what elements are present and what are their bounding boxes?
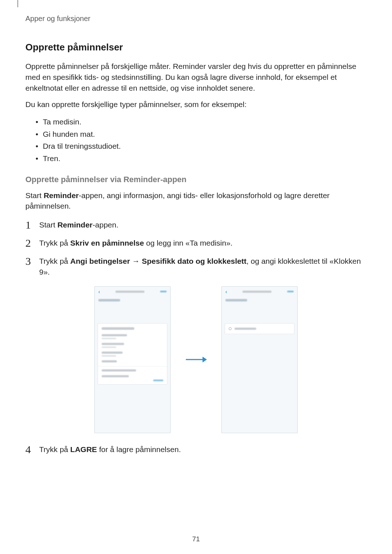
step-2: 2 Trykk på Skriv en påminnelse og legg i… — [25, 238, 367, 249]
screenshot-create-reminder-conditions: ‹ — [94, 286, 171, 433]
page-number: 71 — [0, 535, 392, 543]
text: Start — [25, 191, 44, 200]
subsection-title: Opprette påminnelser via Reminder-appen — [25, 175, 367, 184]
step-number: 3 — [25, 254, 31, 269]
divider — [98, 366, 167, 366]
step-3: 3 Trykk på Angi betingelser → Spesifikk … — [25, 256, 367, 278]
blurred-save — [160, 291, 167, 292]
blurred-option — [102, 343, 124, 345]
flow-arrow-icon — [185, 355, 207, 364]
steps-list-cont: 4 Trykk på LAGRE for å lagre påminnelsen… — [25, 444, 367, 455]
subsection-intro: Start Reminder-appen, angi informasjon, … — [25, 190, 367, 212]
text: Trykk på — [39, 239, 70, 247]
step-number: 2 — [25, 235, 31, 251]
blurred-title — [242, 291, 271, 293]
blurred-input-text — [225, 299, 247, 301]
clock-icon — [229, 327, 232, 330]
text: Trykk på — [39, 445, 70, 454]
text: og legg inn «Ta medisin». — [144, 239, 233, 247]
screenshot-topbar: ‹ — [222, 287, 297, 297]
back-icon: ‹ — [225, 289, 227, 295]
bold-text: Reminder — [57, 221, 93, 229]
step-1: 1 Start Reminder-appen. — [25, 219, 367, 230]
datetime-pill — [225, 323, 294, 334]
screenshot-topbar: ‹ — [95, 287, 170, 297]
bold-text: Spesifikk dato og klokkeslett — [142, 257, 246, 265]
list-item: Dra til treningsstudioet. — [36, 140, 367, 152]
blurred-datetime-text — [234, 328, 256, 330]
paragraph-intro-2: Du kan opprette forskjellige typer påmin… — [25, 99, 367, 110]
text: Trykk på — [39, 257, 70, 265]
steps-list: 1 Start Reminder-appen. 2 Trykk på Skriv… — [25, 219, 367, 277]
blurred-subtext — [102, 338, 116, 339]
conditions-panel — [98, 323, 167, 385]
section-title: Opprette påminnelser — [25, 42, 367, 53]
example-list: Ta medisin. Gi hunden mat. Dra til treni… — [25, 116, 367, 164]
app-name-bold: Reminder — [44, 191, 79, 200]
text: for å lagre påminnelsen. — [97, 445, 181, 454]
bold-text: Angi betingelser — [70, 257, 130, 265]
blurred-option — [102, 375, 129, 377]
blurred-heading — [102, 327, 134, 330]
text: -appen. — [93, 221, 118, 229]
blurred-option — [102, 369, 136, 372]
breadcrumb: Apper og funksjoner — [25, 15, 367, 23]
page-top-marker — [17, 0, 18, 7]
step-number: 1 — [25, 217, 31, 233]
bold-text: LAGRE — [70, 445, 97, 454]
blurred-title — [115, 291, 144, 293]
blurred-option — [102, 334, 127, 336]
arrow-right-icon: → — [130, 257, 142, 265]
blurred-subtext — [102, 355, 116, 357]
blurred-input-text — [98, 299, 120, 301]
screenshot-create-reminder-datetime: ‹ — [221, 286, 298, 433]
bold-text: Skriv en påminnelse — [70, 239, 144, 247]
page-content: Apper og funksjoner Opprette påminnelser… — [0, 0, 392, 455]
paragraph-intro-1: Opprette påminnelser på forskjellige måt… — [25, 61, 367, 93]
text: Start — [39, 221, 57, 229]
blurred-subtext — [102, 346, 116, 348]
list-item: Ta medisin. — [36, 116, 367, 128]
step-number: 4 — [25, 442, 31, 457]
step-4: 4 Trykk på LAGRE for å lagre påminnelsen… — [25, 444, 367, 455]
blurred-option — [102, 352, 123, 354]
list-item: Gi hunden mat. — [36, 128, 367, 140]
svg-marker-1 — [203, 357, 207, 362]
blurred-option — [102, 360, 117, 362]
list-item: Tren. — [36, 152, 367, 165]
back-icon: ‹ — [98, 289, 100, 295]
blurred-cancel — [153, 379, 163, 381]
figure-screenshots: ‹ ‹ — [25, 286, 367, 433]
blurred-save — [287, 291, 294, 292]
